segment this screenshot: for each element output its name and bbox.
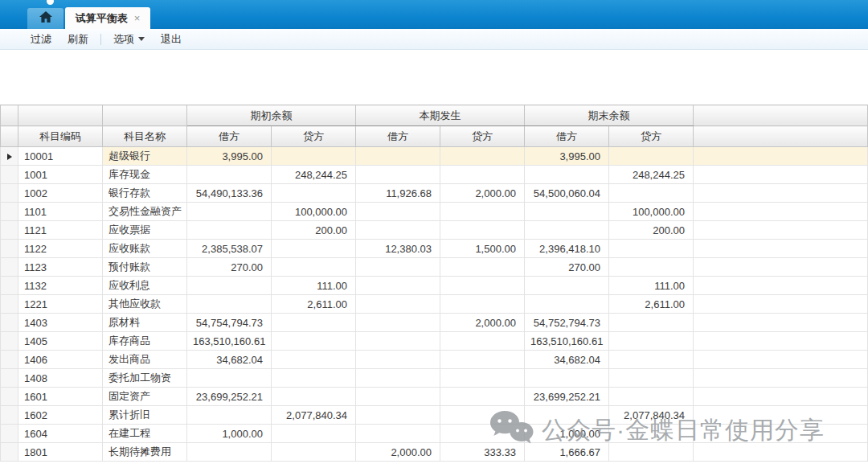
- account-code-cell[interactable]: 1002: [18, 184, 103, 203]
- amount-cell[interactable]: [356, 388, 440, 406]
- amount-cell[interactable]: 2,077,840.34: [609, 406, 694, 425]
- amount-cell[interactable]: [609, 388, 694, 406]
- amount-cell[interactable]: 2,396,418.10: [525, 240, 609, 258]
- amount-cell[interactable]: [609, 184, 694, 203]
- amount-cell[interactable]: 54,754,794.73: [187, 314, 272, 332]
- account-code-cell[interactable]: 1406: [18, 351, 103, 369]
- table-row[interactable]: 1403原材料54,754,794.732,000.0054,752,794.7…: [1, 314, 868, 332]
- table-row[interactable]: 1132应收利息111.00111.00: [1, 277, 868, 295]
- amount-cell[interactable]: 1,500.00: [440, 240, 525, 258]
- account-name-cell[interactable]: 交易性金融资产: [103, 203, 187, 221]
- account-code-cell[interactable]: 1801: [18, 443, 103, 462]
- amount-cell[interactable]: 200.00: [272, 221, 356, 240]
- account-name-cell[interactable]: 超级银行: [103, 147, 187, 166]
- amount-cell[interactable]: [440, 351, 525, 369]
- amount-cell[interactable]: [187, 406, 272, 425]
- amount-cell[interactable]: [440, 295, 525, 314]
- options-button[interactable]: 选项: [105, 29, 153, 49]
- amount-cell[interactable]: [356, 147, 440, 166]
- account-code-cell[interactable]: 1408: [18, 369, 103, 388]
- account-name-cell[interactable]: 其他应收款: [103, 295, 187, 314]
- table-row[interactable]: 1406发出商品34,682.0434,682.04: [1, 351, 868, 369]
- amount-cell[interactable]: 23,699,252.21: [525, 388, 609, 406]
- amount-cell[interactable]: [187, 443, 272, 462]
- amount-cell[interactable]: [356, 258, 440, 277]
- amount-cell[interactable]: 248,244.25: [609, 166, 694, 184]
- account-name-cell[interactable]: 委托加工物资: [103, 369, 187, 388]
- amount-cell[interactable]: 333.33: [440, 443, 525, 462]
- amount-cell[interactable]: [609, 425, 694, 443]
- amount-cell[interactable]: 3,995.00: [187, 147, 272, 166]
- amount-cell[interactable]: 1,000.00: [525, 425, 609, 443]
- amount-cell[interactable]: 34,682.04: [187, 351, 272, 369]
- amount-cell[interactable]: 54,500,060.04: [525, 184, 609, 203]
- amount-cell[interactable]: [440, 147, 525, 166]
- table-row[interactable]: 1121应收票据200.00200.00: [1, 221, 868, 240]
- amount-cell[interactable]: 2,000.00: [440, 314, 525, 332]
- exit-button[interactable]: 退出: [153, 29, 190, 49]
- amount-cell[interactable]: [440, 203, 525, 221]
- account-code-cell[interactable]: 1403: [18, 314, 103, 332]
- account-code-cell[interactable]: 1123: [18, 258, 103, 277]
- close-icon[interactable]: ×: [134, 12, 141, 24]
- amount-cell[interactable]: [609, 258, 694, 277]
- tab-home[interactable]: [27, 8, 63, 29]
- amount-cell[interactable]: [187, 369, 272, 388]
- amount-cell[interactable]: [440, 332, 525, 351]
- amount-cell[interactable]: [525, 166, 609, 184]
- amount-cell[interactable]: [356, 406, 440, 425]
- amount-cell[interactable]: [356, 369, 440, 388]
- amount-cell[interactable]: [272, 314, 356, 332]
- amount-cell[interactable]: [356, 314, 440, 332]
- table-row[interactable]: 1408委托加工物资: [1, 369, 868, 388]
- amount-cell[interactable]: 2,611.00: [609, 295, 694, 314]
- account-name-cell[interactable]: 银行存款: [103, 184, 187, 203]
- table-row[interactable]: 1604在建工程1,000.001,000.00: [1, 425, 868, 443]
- amount-cell[interactable]: [609, 351, 694, 369]
- amount-cell[interactable]: 12,380.03: [356, 240, 440, 258]
- amount-cell[interactable]: [609, 369, 694, 388]
- amount-cell[interactable]: [440, 388, 525, 406]
- amount-cell[interactable]: [187, 203, 272, 221]
- account-code-cell[interactable]: 10001: [18, 147, 103, 166]
- amount-cell[interactable]: [440, 406, 525, 425]
- amount-cell[interactable]: 100,000.00: [272, 203, 356, 221]
- amount-cell[interactable]: 34,682.04: [525, 351, 609, 369]
- amount-cell[interactable]: [187, 277, 272, 295]
- filter-button[interactable]: 过滤: [23, 29, 59, 49]
- account-name-cell[interactable]: 固定资产: [103, 388, 187, 406]
- account-name-cell[interactable]: 原材料: [103, 314, 187, 332]
- table-row[interactable]: 1405库存商品163,510,160.61163,510,160.61: [1, 332, 868, 351]
- amount-cell[interactable]: [356, 351, 440, 369]
- amount-cell[interactable]: 270.00: [525, 258, 609, 277]
- account-name-cell[interactable]: 长期待摊费用: [103, 443, 187, 462]
- amount-cell[interactable]: [356, 295, 440, 314]
- amount-cell[interactable]: 11,926.68: [356, 184, 440, 203]
- amount-cell[interactable]: [187, 166, 272, 184]
- amount-cell[interactable]: [609, 443, 694, 462]
- amount-cell[interactable]: [272, 332, 356, 351]
- amount-cell[interactable]: [356, 332, 440, 351]
- table-row[interactable]: 1122应收账款2,385,538.0712,380.031,500.002,3…: [1, 240, 868, 258]
- amount-cell[interactable]: [356, 221, 440, 240]
- refresh-button[interactable]: 刷新: [59, 29, 96, 49]
- amount-cell[interactable]: 3,995.00: [525, 147, 609, 166]
- amount-cell[interactable]: [609, 332, 694, 351]
- account-code-cell[interactable]: 1132: [18, 277, 103, 295]
- account-code-cell[interactable]: 1604: [18, 425, 103, 443]
- amount-cell[interactable]: 248,244.25: [272, 166, 356, 184]
- amount-cell[interactable]: [272, 240, 356, 258]
- amount-cell[interactable]: [609, 240, 694, 258]
- amount-cell[interactable]: [525, 369, 609, 388]
- amount-cell[interactable]: [272, 388, 356, 406]
- amount-cell[interactable]: 270.00: [187, 258, 272, 277]
- amount-cell[interactable]: 1,000.00: [187, 425, 272, 443]
- amount-cell[interactable]: [272, 443, 356, 462]
- account-name-cell[interactable]: 应收账款: [103, 240, 187, 258]
- account-code-cell[interactable]: 1601: [18, 388, 103, 406]
- table-row[interactable]: 1601固定资产23,699,252.2123,699,252.21: [1, 388, 868, 406]
- amount-cell[interactable]: [356, 425, 440, 443]
- amount-cell[interactable]: 2,000.00: [440, 184, 525, 203]
- amount-cell[interactable]: 1,666.67: [525, 443, 609, 462]
- amount-cell[interactable]: [356, 166, 440, 184]
